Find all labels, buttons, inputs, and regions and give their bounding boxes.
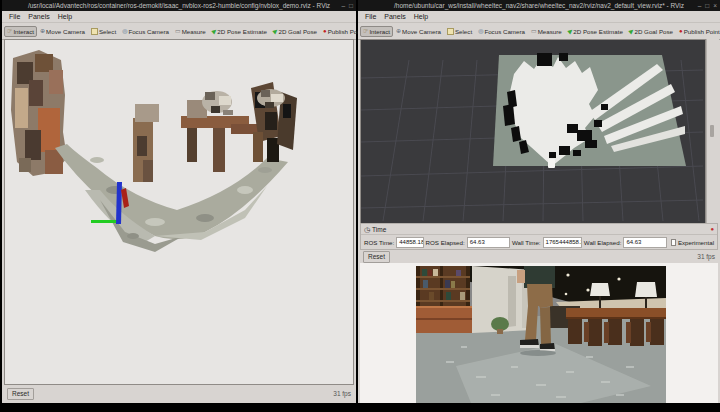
clock-icon: ◷ <box>364 226 370 233</box>
voxel-wall-left <box>11 50 67 176</box>
move-camera-button[interactable]: ⊕ Move Camera <box>37 26 88 37</box>
wall-time-field[interactable]: 1765444858.21 <box>543 237 582 248</box>
left-statusbar: Reset 31 fps <box>4 386 354 401</box>
wall-elapsed-field[interactable]: 64.63 <box>623 237 666 248</box>
publish-point-button[interactable]: ● Publish Point <box>676 26 720 37</box>
measure-label: Measure <box>182 28 206 35</box>
right-titlebar[interactable]: /home/ubuntu/car_ws/install/wheeltec_nav… <box>358 0 720 11</box>
robot-marker <box>548 159 555 168</box>
wall-time-label: Wall Time: <box>512 239 541 246</box>
minimize-icon[interactable]: – <box>698 0 702 11</box>
focus-camera-button[interactable]: ◎ Focus Camera <box>475 26 528 37</box>
left-toolbar: ☞ Interact ⊕ Move Camera Select ◎ Focus … <box>2 23 356 40</box>
minimize-icon[interactable]: – <box>341 0 345 11</box>
pointcloud-3d-viewport[interactable] <box>4 39 354 385</box>
right-toolbar: ☞ Interact ⊕ Move Camera Select ◎ Focus … <box>358 23 720 40</box>
right-menubar: File Panels Help <box>358 11 720 23</box>
experimental-checkbox[interactable] <box>671 239 676 246</box>
goal-pose-button[interactable]: ▶ 2D Goal Pose <box>270 26 320 37</box>
publish-point-pin-icon: ● <box>323 28 327 34</box>
measure-icon: ▭ <box>531 28 537 34</box>
menu-panels[interactable]: Panels <box>24 13 53 20</box>
cabinet <box>416 306 472 333</box>
move-camera-icon: ⊕ <box>40 28 45 34</box>
menu-file[interactable]: File <box>361 13 380 20</box>
ros-elapsed-label: ROS Elapsed: <box>426 239 465 246</box>
interact-label: Interact <box>369 28 390 35</box>
menu-help[interactable]: Help <box>410 13 432 20</box>
menu-file[interactable]: File <box>5 13 24 20</box>
goal-pose-label: 2D Goal Pose <box>278 28 317 35</box>
move-camera-label: Move Camera <box>402 28 441 35</box>
time-panel: ◷ Time ● ROS Time: 44858.18 ROS Elapsed:… <box>360 223 718 250</box>
move-camera-label: Move Camera <box>46 28 85 35</box>
left-window-title: /usr/local/Advantech/ros/container/ros-d… <box>28 2 330 9</box>
pose-estimate-button[interactable]: ▶ 2D Pose Estimate <box>565 26 626 37</box>
select-label: Select <box>455 28 472 35</box>
time-panel-title: Time <box>372 226 386 233</box>
pose-estimate-button[interactable]: ▶ 2D Pose Estimate <box>209 26 270 37</box>
rviz-window-nav2: /home/ubuntu/car_ws/install/wheeltec_nav… <box>358 0 720 403</box>
select-button[interactable]: Select <box>444 26 475 37</box>
wall-elapsed-label: Wall Elapsed: <box>584 239 622 246</box>
select-box-icon <box>91 28 98 35</box>
interact-label: Interact <box>13 28 34 35</box>
right-reset-button[interactable]: Reset <box>363 251 390 263</box>
interact-hand-icon: ☞ <box>363 28 368 34</box>
interact-button[interactable]: ☞ Interact <box>4 26 37 37</box>
goal-pose-label: 2D Goal Pose <box>634 28 673 35</box>
right-fps-counter: 31 fps <box>697 253 715 260</box>
right-statusbar: Reset 31 fps <box>360 250 718 263</box>
pose-estimate-label: 2D Pose Estimate <box>573 28 623 35</box>
menu-help[interactable]: Help <box>54 13 76 20</box>
rviz-window-nvblox: /usr/local/Advantech/ros/container/ros-d… <box>2 0 356 403</box>
left-reset-button[interactable]: Reset <box>7 388 34 400</box>
focus-camera-icon: ◎ <box>478 28 483 34</box>
focus-camera-icon: ◎ <box>122 28 127 34</box>
panel-splitter[interactable] <box>706 39 719 223</box>
map-3d-viewport[interactable] <box>360 39 706 224</box>
move-camera-icon: ⊕ <box>396 28 401 34</box>
ros-elapsed-field[interactable]: 64.63 <box>467 237 510 248</box>
left-menubar: File Panels Help <box>2 11 356 23</box>
panel-close-icon[interactable]: ● <box>710 226 714 232</box>
measure-button[interactable]: ▭ Measure <box>172 26 209 37</box>
interact-button[interactable]: ☞ Interact <box>360 26 393 37</box>
splitter-handle-icon[interactable] <box>710 125 714 137</box>
close-icon[interactable]: × <box>713 0 717 11</box>
left-fps-counter: 31 fps <box>333 390 351 397</box>
camera-panel <box>360 263 718 403</box>
select-box-icon <box>447 28 454 35</box>
map-scene <box>361 40 703 221</box>
focus-camera-button[interactable]: ◎ Focus Camera <box>119 26 172 37</box>
time-panel-header[interactable]: ◷ Time ● <box>361 224 717 235</box>
maximize-icon[interactable]: □ <box>349 0 353 11</box>
ros-time-label: ROS Time: <box>364 239 394 246</box>
experimental-label: Experimental <box>678 239 714 246</box>
time-panel-fields: ROS Time: 44858.18 ROS Elapsed: 64.63 Wa… <box>361 235 717 250</box>
ros-time-field[interactable]: 44858.18 <box>396 237 423 248</box>
interact-hand-icon: ☞ <box>7 28 12 34</box>
select-label: Select <box>99 28 116 35</box>
menu-panels[interactable]: Panels <box>380 13 409 20</box>
maximize-icon[interactable]: □ <box>705 0 709 11</box>
pointcloud-scene <box>5 40 354 385</box>
publish-point-label: Publish Point <box>684 28 720 35</box>
select-button[interactable]: Select <box>88 26 119 37</box>
bookshelf <box>416 266 470 306</box>
right-window-title: /home/ubuntu/car_ws/install/wheeltec_nav… <box>394 2 684 9</box>
pose-estimate-label: 2D Pose Estimate <box>217 28 267 35</box>
measure-icon: ▭ <box>175 28 181 34</box>
focus-camera-label: Focus Camera <box>128 28 169 35</box>
goal-pose-button[interactable]: ▶ 2D Goal Pose <box>626 26 676 37</box>
camera-image <box>416 266 666 403</box>
move-camera-button[interactable]: ⊕ Move Camera <box>393 26 444 37</box>
left-titlebar[interactable]: /usr/local/Advantech/ros/container/ros-d… <box>2 0 356 11</box>
measure-button[interactable]: ▭ Measure <box>528 26 565 37</box>
publish-point-pin-icon: ● <box>679 28 683 34</box>
measure-label: Measure <box>538 28 562 35</box>
camera-scene <box>416 266 666 403</box>
focus-camera-label: Focus Camera <box>484 28 525 35</box>
